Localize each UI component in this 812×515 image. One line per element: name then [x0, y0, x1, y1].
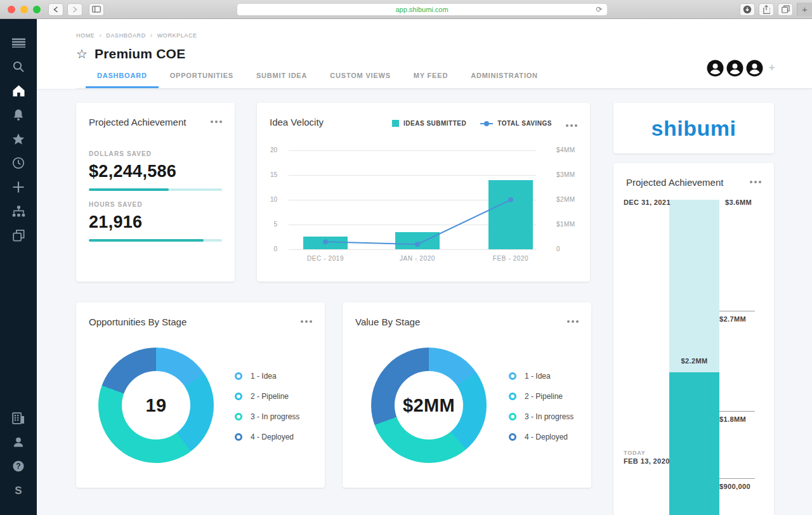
- donut-legend-item[interactable]: 4 - Deployed: [509, 429, 573, 445]
- donut-legend-item[interactable]: 3 - In progress: [509, 409, 573, 424]
- legend-label: 4 - Deployed: [251, 433, 294, 441]
- add-member-button[interactable]: +: [768, 62, 775, 75]
- donut-legend-item[interactable]: 1 - Idea: [235, 368, 299, 384]
- new-tab-button[interactable]: +: [797, 3, 812, 16]
- sidebar-item-organization-icon[interactable]: [10, 410, 27, 426]
- sidebar-item-menu-icon[interactable]: [10, 34, 27, 51]
- user-avatar[interactable]: [707, 60, 724, 77]
- tab-my-feed[interactable]: MY FEED: [402, 72, 459, 88]
- share-icon[interactable]: [759, 3, 774, 16]
- tab-submit-idea[interactable]: SUBMIT IDEA: [245, 72, 318, 88]
- sidebar-toggle-icon[interactable]: [89, 3, 104, 16]
- milestone-tick: [719, 411, 755, 412]
- progress-bar: [89, 188, 222, 191]
- milestone-label: $1.8MM: [719, 415, 746, 423]
- milestone-label: $900,000: [719, 483, 750, 490]
- ideas-submitted-bar[interactable]: [395, 232, 440, 249]
- tab-dashboard[interactable]: DASHBOARD: [86, 72, 159, 88]
- donut-center-value: 19: [146, 395, 167, 416]
- donut-legend-item[interactable]: 2 - Pipeline: [235, 389, 299, 404]
- ideas-submitted-bar[interactable]: [488, 180, 533, 249]
- ideas-submitted-bar[interactable]: [303, 237, 348, 249]
- svg-text:S: S: [15, 485, 22, 497]
- projected-bar-segment[interactable]: [669, 200, 719, 372]
- legend-label: 2 - Pipeline: [525, 392, 563, 401]
- right-axis-tick: $3MM: [556, 171, 575, 178]
- donut-legend-item[interactable]: 2 - Pipeline: [509, 389, 573, 404]
- sidebar-item-add-icon[interactable]: [10, 179, 27, 195]
- donut-legend: 1 - Idea2 - Pipeline3 - In progress4 - D…: [235, 368, 299, 450]
- today-label: TODAY: [624, 450, 646, 456]
- sidebar-item-notifications-icon[interactable]: [10, 107, 27, 123]
- url-text: app.shibumi.com: [395, 6, 448, 13]
- user-avatar[interactable]: [726, 60, 743, 77]
- window-controls: [8, 6, 41, 13]
- more-menu-icon[interactable]: [750, 177, 761, 183]
- sidebar-item-favorites-icon[interactable]: [10, 131, 27, 147]
- legend-ring-swatch: [235, 433, 242, 441]
- left-axis-tick: 20: [257, 147, 277, 153]
- progress-fill: [89, 239, 204, 242]
- breadcrumb: HOME›DASHBOARD›WORKPLACE: [76, 32, 812, 39]
- card-opportunities-by-stage: Opportunities By Stage 19 1 - Idea2 - Pi…: [76, 303, 325, 488]
- right-axis-tick: $4MM: [556, 147, 575, 153]
- opportunities-donut-chart[interactable]: 19: [98, 348, 214, 463]
- today-date-label: FEB 13, 2020: [624, 457, 670, 465]
- tab-opportunities[interactable]: OPPORTUNITIES: [159, 72, 245, 88]
- sidebar-item-pages-icon[interactable]: [10, 227, 27, 244]
- donut-legend-item[interactable]: 1 - Idea: [509, 368, 573, 384]
- card-title: Projected Achievement: [626, 177, 723, 188]
- sidebar-item-history-icon[interactable]: [10, 155, 27, 171]
- more-menu-icon[interactable]: [567, 316, 579, 323]
- donut-legend-item[interactable]: 3 - In progress: [235, 409, 299, 424]
- sidebar-item-hierarchy-icon[interactable]: [10, 203, 27, 219]
- chart-gridline: [289, 175, 536, 176]
- forward-button[interactable]: [67, 3, 82, 16]
- url-bar[interactable]: app.shibumi.com ⟳: [237, 3, 608, 16]
- favorite-star-icon[interactable]: ☆: [76, 48, 88, 60]
- donut-legend-item[interactable]: 4 - Deployed: [235, 429, 299, 445]
- page-header: HOME›DASHBOARD›WORKPLACE ☆ Premium COE +…: [37, 19, 812, 89]
- legend-label: 3 - In progress: [251, 412, 299, 421]
- legend-ring-swatch: [235, 413, 242, 420]
- card-title: Projected Achievement: [89, 117, 186, 127]
- more-menu-icon[interactable]: [211, 117, 222, 123]
- left-axis-tick: 0: [257, 245, 277, 252]
- downloads-icon[interactable]: [740, 3, 755, 16]
- milestone-tick: [719, 311, 755, 311]
- browser-chrome: app.shibumi.com ⟳ +: [0, 0, 812, 19]
- more-menu-icon[interactable]: [301, 316, 312, 323]
- sidebar-item-shibumi-logo-icon[interactable]: S: [10, 482, 27, 499]
- progress-bar: [89, 239, 222, 242]
- sidebar: ?S: [0, 19, 37, 515]
- sidebar-item-help-icon[interactable]: ?: [10, 458, 27, 474]
- achieved-bar-segment[interactable]: [669, 372, 719, 515]
- card-idea-velocity: Idea Velocity IDEAS SUBMITTEDTOTAL SAVIN…: [257, 103, 590, 282]
- left-axis-tick: 5: [257, 221, 277, 228]
- breadcrumb-item[interactable]: WORKPLACE: [157, 32, 197, 39]
- user-avatar[interactable]: [746, 60, 763, 77]
- tab-administration[interactable]: ADMINISTRATION: [459, 72, 549, 88]
- reload-icon[interactable]: ⟳: [596, 5, 602, 14]
- breadcrumb-item[interactable]: HOME: [76, 32, 95, 39]
- card-logo: shibumi: [613, 103, 774, 153]
- value-donut-chart[interactable]: $2MM: [371, 348, 487, 463]
- metric-value: 21,916: [89, 212, 222, 232]
- x-axis-label: JAN - 2020: [386, 255, 449, 262]
- metric-block: DOLLARS SAVED$2,244,586: [89, 150, 222, 191]
- back-button[interactable]: [48, 3, 63, 16]
- minimize-window-button[interactable]: [20, 6, 28, 13]
- idea-velocity-chart: 005$1MM10$2MM15$3MM20$4MMDEC - 2019JAN -…: [257, 103, 590, 282]
- tab-overview-icon[interactable]: [778, 3, 793, 16]
- tab-custom-views[interactable]: CUSTOM VIEWS: [318, 72, 402, 88]
- breadcrumb-item[interactable]: DASHBOARD: [106, 32, 145, 39]
- close-window-button[interactable]: [8, 6, 15, 13]
- left-axis-tick: 15: [257, 171, 277, 178]
- x-axis-label: DEC - 2019: [294, 255, 357, 262]
- zoom-window-button[interactable]: [33, 6, 41, 13]
- sidebar-item-profile-icon[interactable]: [10, 434, 27, 450]
- sidebar-item-home-icon[interactable]: [10, 82, 27, 99]
- card-title: Opportunities By Stage: [89, 316, 187, 327]
- progress-fill: [89, 188, 169, 191]
- sidebar-item-search-icon[interactable]: [10, 58, 27, 75]
